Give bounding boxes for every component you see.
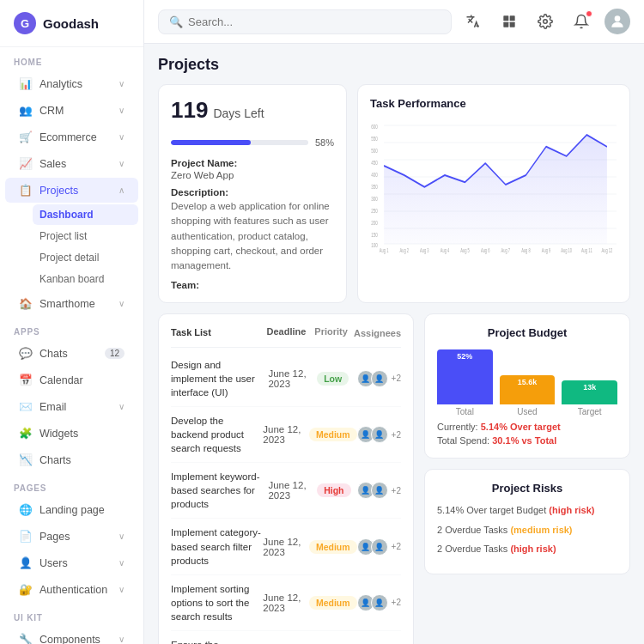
task-list-card: Task List Deadline Priority Assignees De… (158, 313, 414, 644)
svg-point-4 (544, 20, 548, 24)
svg-text:Aug 1: Aug 1 (380, 247, 389, 253)
sidebar-logo: G Goodash (0, 0, 143, 47)
sidebar-item-analytics[interactable]: 📊Analytics ∨ (5, 71, 138, 96)
components-label: Components (39, 634, 100, 645)
sidebar-item-dashboard[interactable]: Dashboard (33, 204, 138, 225)
svg-text:Aug 11: Aug 11 (581, 247, 592, 253)
sidebar-item-components[interactable]: 🔧Components ∨ (5, 627, 138, 644)
svg-text:350: 350 (371, 183, 378, 191)
sidebar-item-smarthome[interactable]: 🏠Smarthome ∨ (5, 291, 138, 316)
svg-text:Aug 10: Aug 10 (561, 247, 572, 253)
col-priority-header: Priority (314, 326, 354, 339)
widgets-label: Widgets (39, 428, 78, 440)
description-text: Develop a web application for online sho… (171, 199, 334, 273)
sidebar-item-email[interactable]: ✉️Email ∨ (5, 394, 138, 419)
svg-text:Aug 4: Aug 4 (440, 247, 450, 253)
budget-bar-used: 15.6k (500, 375, 556, 404)
pages-label: Pages (39, 531, 70, 543)
sidebar-item-sales[interactable]: 📈Sales ∨ (5, 151, 138, 176)
chevron-down-icon: ∨ (118, 159, 125, 168)
task-deadline: June 12, 2023 (268, 368, 317, 389)
crm-icon: 👥 (19, 104, 33, 117)
task-name: Design and implement the user interface … (171, 358, 268, 399)
chats-label: Chats (39, 348, 68, 360)
topbar: 🔍 (144, 0, 644, 44)
smarthome-icon: 🏠 (19, 297, 33, 310)
budget-title: Project Budget (437, 326, 617, 339)
grid-icon[interactable] (496, 9, 522, 34)
svg-text:450: 450 (371, 159, 378, 167)
progress-bar-bg (171, 140, 308, 145)
widgets-icon: 🧩 (19, 427, 33, 440)
budget-label-used: Used (517, 407, 537, 416)
sidebar-item-kanban-board[interactable]: Kanban board (33, 269, 138, 289)
task-assignees: 👤👤 +2 (357, 370, 401, 387)
table-row: Implement category-based search filter p… (171, 519, 401, 574)
budget-label-target: Target (578, 407, 602, 416)
search-input[interactable] (188, 15, 440, 28)
sidebar-item-project-list[interactable]: Project list (33, 226, 138, 246)
task-priority: Medium (309, 540, 357, 554)
sidebar-item-ecommerce[interactable]: 🛒Ecommerce ∨ (5, 125, 138, 149)
chevron-down-icon: ∨ (118, 558, 125, 568)
task-table-header: Task List Deadline Priority Assignees (171, 326, 401, 347)
svg-marker-25 (384, 135, 607, 244)
sidebar-item-project-detail[interactable]: Project detail (33, 247, 138, 268)
sidebar-item-pages[interactable]: 📄Pages ∨ (5, 524, 138, 549)
task-name: Implement category-based search filter p… (171, 526, 263, 567)
sidebar-item-charts[interactable]: 📉Charts (5, 447, 138, 472)
days-left-number: 119 (171, 97, 208, 124)
sidebar-item-chats[interactable]: 💬Chats 12 (5, 341, 138, 366)
svg-text:Aug 7: Aug 7 (501, 247, 511, 253)
risk-item: 2 Overdue Tasks (high risk) (437, 542, 617, 556)
settings-icon[interactable] (532, 9, 558, 34)
progress-bar-fill (171, 140, 251, 145)
table-row: Design and implement the user interface … (171, 351, 401, 407)
ecommerce-label: Ecommerce (39, 131, 97, 143)
sidebar-item-users[interactable]: 👤Users ∨ (5, 550, 138, 575)
progress-pct: 58% (315, 137, 334, 148)
avatar[interactable] (605, 9, 630, 34)
project-budget-card: Project Budget 52% Total 15.6k Used (424, 313, 630, 459)
col-task-header: Task List (171, 326, 267, 339)
budget-bar-total-wrap: 52% Total (437, 349, 493, 416)
project-info: Project Name: Zero Web App Description: … (171, 158, 334, 290)
projects-icon: 📋 (19, 184, 33, 197)
section-apps: APPS (0, 317, 143, 340)
bottom-row: Task List Deadline Priority Assignees De… (158, 313, 630, 644)
bell-icon[interactable] (568, 9, 594, 34)
search-bar[interactable]: 🔍 (158, 9, 452, 34)
task-priority: Medium (309, 428, 357, 441)
svg-point-5 (615, 15, 621, 21)
translate-icon[interactable] (460, 9, 486, 34)
days-left-label: Days Left (213, 106, 264, 120)
budget-total-spend: Total Spend: 30.1% vs Total (437, 435, 617, 446)
top-cards-row: 119 Days Left 58% Project Name: Zero Web… (158, 84, 630, 303)
svg-text:Aug 8: Aug 8 (521, 247, 531, 253)
description-label: Description: (171, 187, 334, 197)
landing-label: Landing page (39, 504, 105, 516)
sidebar-item-crm[interactable]: 👥CRM ∨ (5, 98, 138, 123)
sidebar-item-widgets[interactable]: 🧩Widgets (5, 421, 138, 446)
sidebar-item-authentication[interactable]: 🔐Authentication ∨ (5, 577, 138, 602)
section-home: HOME (0, 47, 143, 70)
analytics-label: Analytics (39, 78, 82, 90)
task-assignees: 👤👤 +2 (357, 426, 401, 443)
ecommerce-icon: 🛒 (19, 131, 33, 143)
budget-currently: Currently: 5.14% Over target (437, 422, 617, 432)
svg-text:550: 550 (371, 135, 378, 143)
svg-text:Aug 6: Aug 6 (481, 247, 490, 253)
svg-rect-1 (510, 15, 515, 21)
chevron-down-icon: ∨ (118, 106, 125, 115)
chevron-down-icon: ∨ (118, 532, 125, 541)
table-row: Implement sorting options to sort the se… (171, 575, 401, 631)
sidebar-item-projects[interactable]: 📋Projects ∧ (5, 178, 138, 203)
users-label: Users (39, 557, 68, 569)
sidebar-item-landing-page[interactable]: 🌐Landing page (5, 497, 138, 522)
task-deadline: June 12, 2023 (263, 537, 309, 557)
svg-rect-0 (503, 15, 508, 21)
sidebar-item-calendar[interactable]: 📅Calendar (5, 368, 138, 392)
projects-label: Projects (39, 185, 78, 197)
chart-area: 600 550 500 450 400 350 300 250 200 150 … (370, 117, 617, 254)
page-title: Projects (158, 56, 630, 74)
